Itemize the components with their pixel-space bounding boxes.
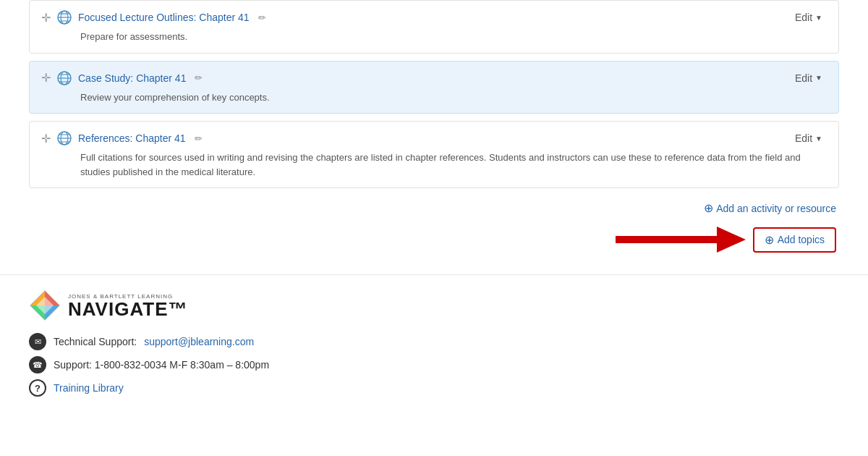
red-arrow	[616, 227, 746, 253]
contact-row-training: ? Training Library	[29, 379, 839, 397]
phone-label: Support: 1-800-832-0034 M-F 8:30am – 8:0…	[54, 359, 269, 371]
diamond-logo-icon	[29, 290, 61, 321]
edit-button-focused-lecture[interactable]: Edit ▼	[791, 10, 827, 25]
footer: JONES & BARTLETT LEARNING NAVIGATE™ ✉ Te…	[0, 274, 868, 411]
svg-marker-17	[717, 227, 746, 253]
svg-rect-16	[616, 236, 720, 243]
pencil-icon-case-study[interactable]: ✏	[195, 72, 203, 83]
actions-area: ⊕ Add an activity or resource ⊕ Add topi…	[29, 201, 839, 253]
course-item-references: ✛ References: Chapter 41 ✏ Edit ▼	[29, 121, 839, 188]
globe-icon-focused-lecture	[56, 9, 72, 25]
pencil-icon-focused-lecture[interactable]: ✏	[258, 12, 266, 23]
logo-text-block: JONES & BARTLETT LEARNING NAVIGATE™	[68, 293, 187, 318]
item-title-focused-lecture[interactable]: Focused Lecture Outlines: Chapter 41	[78, 12, 250, 23]
chevron-down-case-study: ▼	[815, 74, 822, 82]
item-description-references: Full citations for sources used in writi…	[80, 151, 827, 179]
plus-icon-activity: ⊕	[704, 201, 713, 215]
add-topics-button[interactable]: ⊕ Add topics	[753, 227, 836, 253]
course-item-case-study: ✛ Case Study: Chapter 41 ✏ Edit ▼	[29, 61, 839, 114]
phone-icon: ☎	[29, 356, 46, 373]
item-description-focused-lecture: Prepare for assessments.	[80, 30, 827, 44]
edit-button-references[interactable]: Edit ▼	[791, 131, 827, 145]
item-title-case-study[interactable]: Case Study: Chapter 41	[78, 72, 186, 84]
logo-big-text: NAVIGATE™	[68, 300, 187, 318]
svg-rect-5	[61, 12, 68, 16]
add-topics-row: ⊕ Add topics	[616, 227, 836, 253]
globe-icon-references	[56, 130, 72, 146]
add-topics-label: Add topics	[778, 234, 825, 245]
chevron-down-references: ▼	[815, 135, 822, 143]
email-icon: ✉	[29, 333, 46, 350]
item-title-references[interactable]: References: Chapter 41	[78, 132, 186, 144]
edit-button-case-study[interactable]: Edit ▼	[791, 71, 827, 85]
course-item-focused-lecture: ✛ Focused Lecture Outlines: Chapter 41 ✏…	[29, 0, 839, 54]
training-library-link[interactable]: Training Library	[54, 382, 124, 394]
contact-row-email: ✉ Technical Support: support@jblearning.…	[29, 333, 839, 350]
footer-contacts: ✉ Technical Support: support@jblearning.…	[29, 333, 839, 397]
edit-label-case-study: Edit	[795, 72, 812, 84]
add-activity-link[interactable]: ⊕ Add an activity or resource	[704, 201, 836, 215]
drag-handle-references[interactable]: ✛	[41, 132, 51, 145]
add-activity-label: Add an activity or resource	[716, 203, 836, 214]
question-icon: ?	[29, 379, 46, 397]
drag-handle-focused-lecture[interactable]: ✛	[41, 11, 51, 25]
navigate-logo: JONES & BARTLETT LEARNING NAVIGATE™	[29, 290, 839, 321]
drag-handle-case-study[interactable]: ✛	[41, 71, 51, 85]
contact-row-phone: ☎ Support: 1-800-832-0034 M-F 8:30am – 8…	[29, 356, 839, 373]
item-description-case-study: Review your comprehension of key concept…	[80, 90, 827, 105]
support-label: Technical Support:	[54, 336, 137, 347]
chevron-down-focused-lecture: ▼	[815, 14, 822, 22]
pencil-icon-references[interactable]: ✏	[195, 133, 203, 144]
plus-icon-topics: ⊕	[765, 233, 774, 247]
edit-label-focused-lecture: Edit	[795, 12, 812, 23]
edit-label-references: Edit	[795, 132, 812, 144]
globe-icon-case-study	[56, 70, 72, 86]
support-email-link[interactable]: support@jblearning.com	[144, 336, 254, 347]
